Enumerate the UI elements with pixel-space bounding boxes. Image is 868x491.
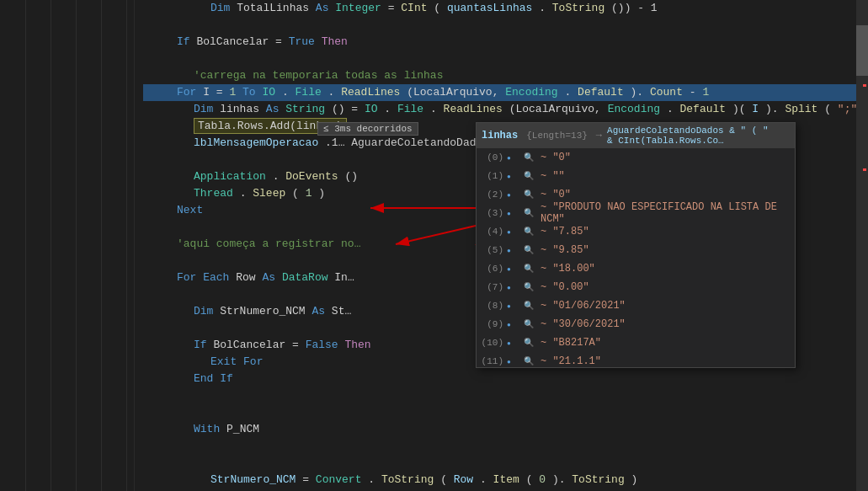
tooltip-item[interactable]: (4)●🔍~ "7.85" [477,222,795,241]
tooltip-item-value: ~ "18.00" [541,263,791,275]
tooltip-item-value: ~ "21.1.1" [541,355,791,367]
tooltip-item[interactable]: (0)●🔍~ "0" [477,148,795,167]
tooltip-item-type-icon: ● [507,228,520,236]
code-line-29: StrNumero_NCM = Convert . ToString ( Row… [143,472,856,488]
tooltip-item[interactable]: (7)●🔍~ "0.00" [477,278,795,296]
tooltip-item-value: ~ "7.85" [541,226,791,237]
tooltip-item-type-icon: ● [507,302,520,310]
then-keyword: Then [322,35,348,48]
code-line-1: Dim TotalLinhas As Integer = CInt ( quan… [143,0,856,17]
tooltip-item-search-icon[interactable]: 🔍 [524,264,537,274]
timing-badge: ≤ 3ms decorridos [317,122,418,136]
code-line-27 [143,438,856,455]
tooltip-item-search-icon[interactable]: 🔍 [524,245,537,255]
code-line-23: End If [143,371,856,387]
code-line-7: Dim linhas As String () = IO . File . Re… [143,101,856,118]
tooltip-item[interactable]: (10)●🔍~ "B8217A" [477,334,795,352]
tooltip-item-type-icon: ● [507,173,520,180]
tooltip-item[interactable]: (8)●🔍~ "01/06/2021" [477,296,795,315]
tooltip-item-type-icon: ● [507,321,520,328]
tooltip-item-search-icon[interactable]: 🔍 [524,282,537,292]
tooltip-item[interactable]: (5)●🔍~ "9.85" [477,241,795,259]
scrollbar-marker-1 [863,84,866,87]
tooltip-item-value: ~ "0.00" [541,281,791,293]
tooltip-item-type-icon: ● [507,247,520,254]
tooltip-meta: {Length=13} [526,131,588,141]
editor: Dim TotalLinhas As Integer = CInt ( quan… [0,0,868,491]
tooltip-popup: linhas {Length=13} → AguardeColetandoDad… [476,122,796,368]
tooltip-var-name: linhas [482,130,518,141]
tooltip-item-search-icon[interactable]: 🔍 [524,338,537,348]
tooltip-item-search-icon[interactable]: 🔍 [524,152,537,163]
tooltip-header: linhas {Length=13} → AguardeColetandoDad… [477,123,795,148]
tooltip-item-value: ~ "0" [541,189,791,200]
tooltip-item-search-icon[interactable]: 🔍 [524,171,537,181]
tooltip-item-search-icon[interactable]: 🔍 [524,301,537,311]
tooltip-item[interactable]: (9)●🔍~ "30/06/2021" [477,315,795,334]
tooltip-item-search-icon[interactable]: 🔍 [524,319,537,329]
tooltip-item-search-icon[interactable]: 🔍 [524,227,537,237]
tooltip-item[interactable]: (11)●🔍~ "21.1.1" [477,352,795,367]
code-line-24 [143,387,856,404]
tooltip-msg: AguardeColetandoDados & " ( " & CInt(Tab… [607,125,775,146]
tooltip-item-type-icon: ● [507,339,520,347]
tooltip-item-value: ~ "30/06/2021" [541,318,791,330]
tooltip-item-search-icon[interactable]: 🔍 [524,356,537,366]
code-line-4 [143,51,856,67]
tooltip-item-type-icon: ● [507,191,520,199]
tooltip-item-type-icon: ● [507,210,520,217]
code-line-5: 'carrega na temporaria todas as linhas [143,67,856,84]
code-line-25 [143,404,856,421]
code-line-26: With P_NCM [143,421,856,438]
tooltip-item-search-icon[interactable]: 🔍 [524,189,537,200]
scrollbar[interactable] [856,0,868,491]
tooltip-item-type-icon: ● [507,358,520,366]
tooltip-item-value: ~ "" [541,170,791,182]
tooltip-items-list: (0)●🔍~ "0"(1)●🔍~ ""(2)●🔍~ "0"(3)●🔍~ "PRO… [477,148,795,367]
tooltip-item-value: ~ "01/06/2021" [541,300,791,312]
code-line-2 [143,17,856,34]
tooltip-pin: → [596,130,602,141]
tooltip-item-type-icon: ● [507,154,520,162]
tooltip-item-value: ~ "0" [541,152,791,163]
tooltip-item-type-icon: ● [507,284,520,291]
scrollbar-marker-2 [863,168,866,171]
tooltip-item-value: ~ "9.85" [541,244,791,256]
code-area: Dim TotalLinhas As Integer = CInt ( quan… [135,0,856,491]
code-line-6: For I = 1 To IO . File . ReadLines (Loca… [143,84,856,101]
scrollbar-thumb[interactable] [856,25,868,76]
tooltip-item[interactable]: (1)●🔍~ "" [477,167,795,185]
tooltip-item[interactable]: (3)●🔍~ "PRODUTO NAO ESPECIFICADO NA LIST… [477,204,795,222]
code-line-3: If BolCancelar = True Then [143,34,856,51]
tooltip-item[interactable]: (6)●🔍~ "18.00" [477,259,795,278]
tooltip-item-search-icon[interactable]: 🔍 [524,208,537,218]
code-line-28 [143,455,856,472]
tooltip-item-value: ~ "B8217A" [541,337,791,349]
tooltip-item-type-icon: ● [507,265,520,273]
tooltip-item-value: ~ "PRODUTO NAO ESPECIFICADO NA LISTA DE … [541,201,791,225]
